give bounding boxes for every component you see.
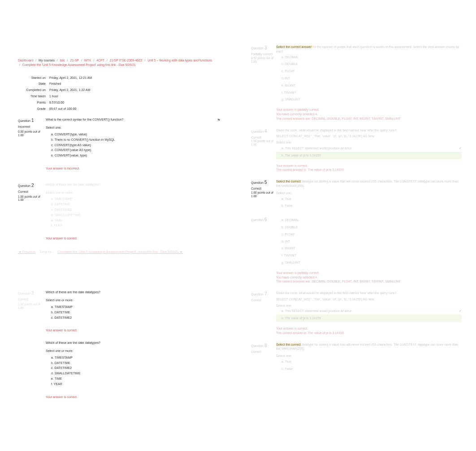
check-icon: ✓ bbox=[459, 309, 462, 313]
r4-text2: SELECT CONCAT_WS(' ', 'The', 'value', 'o… bbox=[276, 297, 462, 302]
q2-opt-d[interactable]: d. SMALLDATETIME bbox=[46, 212, 224, 218]
r3-opt-b: b. DOUBLE bbox=[276, 224, 462, 231]
right-column: Question 3 Partially correct 0.57 points… bbox=[251, 40, 462, 373]
q2-text: Which of these are the date datatypes? bbox=[46, 182, 224, 187]
r4-fb: Your answer is correct. bbox=[276, 326, 462, 331]
q2g2-d-lbl: d. bbox=[51, 372, 54, 375]
summary-state-lbl: State bbox=[19, 81, 48, 87]
jump-to[interactable]: Jump to... bbox=[39, 250, 54, 254]
q2g2-d: SMALLDATETIME bbox=[55, 372, 81, 375]
r2-points: 1.00 points out of 1.00 bbox=[251, 139, 273, 147]
r1-e-lbl: e. bbox=[281, 84, 284, 87]
r1-g: SMALLINT bbox=[285, 98, 300, 101]
r1-a-lbl: a. bbox=[281, 56, 284, 59]
r4-a-lbl: a. bbox=[281, 309, 284, 312]
q2-opt-e[interactable]: e. TIME bbox=[46, 218, 224, 223]
r5-qword: Question bbox=[251, 344, 264, 347]
q1-opt-b[interactable]: b. There is no CONVERT() function in MyS… bbox=[46, 137, 224, 143]
q2g-opt-a: a. TIMESTAMP bbox=[46, 304, 224, 310]
q1-num: 1 bbox=[31, 118, 34, 123]
r1-opt-d: d. INT bbox=[276, 75, 462, 82]
q2g-a: TIMESTAMP bbox=[55, 305, 73, 308]
question-4-block: Question 4 Correct 1.00 points out of 1.… bbox=[251, 128, 462, 173]
q2g-opt-b: b. DATETIME bbox=[46, 310, 224, 315]
q5-lead: Select the correct bbox=[276, 180, 301, 183]
q2g2-a: TIMESTAMP bbox=[55, 356, 73, 359]
q2-opt-a[interactable]: a. TIMESTAMP bbox=[46, 196, 224, 202]
q2-c: DATETIME2 bbox=[54, 208, 72, 211]
r3-opt-f: f. TINYINT bbox=[276, 252, 462, 259]
flag-icon[interactable]: ⚑ bbox=[217, 117, 221, 123]
r2-text2: SELECT CONCAT_WS(' ', 'The', 'value', 'o… bbox=[276, 134, 462, 139]
q2g-c: DATETIME2 bbox=[54, 316, 72, 319]
question-2-side: Question 2 Correct 1.00 points out of 1.… bbox=[18, 182, 43, 202]
q2-opt-b[interactable]: b. DATETIME bbox=[46, 202, 224, 207]
crumb-course[interactable]: 21/SP ITSE-2309-40Z2 bbox=[110, 59, 143, 62]
q5-state: Correct bbox=[251, 186, 273, 191]
question-1-side: Question 1 Incorrect 0.00 points out of … bbox=[18, 117, 43, 137]
question-1-content: ⚑ What is the correct syntax for the CON… bbox=[46, 117, 224, 170]
question-2-ghost-content: Which of these are the date datatypes? S… bbox=[46, 290, 224, 333]
crumb-sep: / bbox=[35, 59, 36, 62]
q1-opt-c[interactable]: c. CONVERT(type AS value) bbox=[46, 143, 224, 148]
q2g2-f-lbl: f. bbox=[51, 382, 53, 386]
q5-select: Select one: bbox=[276, 191, 462, 195]
r1-c: FLOAT bbox=[285, 69, 294, 73]
r5-b-lbl: b. bbox=[281, 367, 284, 370]
crumb-wtx[interactable]: WTX bbox=[84, 59, 91, 62]
q1-opt-d[interactable]: d. CONVERT(value AS type) bbox=[46, 147, 224, 153]
q1-text: What is the correct syntax for the CONVE… bbox=[46, 117, 224, 122]
r3-c: FLOAT bbox=[285, 233, 294, 236]
r1-opt-g: g. SMALLINT bbox=[276, 96, 462, 103]
q2-e: TIME bbox=[55, 219, 62, 222]
q1-opt-a[interactable]: a. CONVERT(type, value) bbox=[46, 132, 224, 137]
crumb-tstc[interactable]: tstc bbox=[60, 59, 65, 62]
r2-state: Correct bbox=[251, 135, 273, 140]
crumb-4cpt[interactable]: 4CPT bbox=[96, 59, 104, 62]
crumb-unit5[interactable]: Unit 5 – Working with data types and fun… bbox=[147, 59, 212, 62]
r4-select: Select one: bbox=[276, 304, 462, 308]
summary-points-lbl: Points bbox=[19, 100, 48, 105]
q1-opt-e[interactable]: e. CONVERT(value, type) bbox=[46, 153, 224, 158]
question-2-block: Question 2 Correct 1.00 points out of 1.… bbox=[18, 182, 224, 241]
q2-opt-f[interactable]: f. YEAR bbox=[46, 223, 224, 228]
q5-opt-b[interactable]: b. False bbox=[276, 202, 462, 209]
r1-opt-b: b. DOUBLE bbox=[276, 61, 462, 68]
r2-a: This SELECT statement would produce an e… bbox=[285, 147, 352, 150]
q1-points: 0.00 points out of 1.00 bbox=[18, 130, 43, 137]
crumb-dashboard[interactable]: Dashboard bbox=[18, 59, 33, 62]
r2-b-lbl: b. bbox=[281, 154, 284, 157]
r1-f: TINYINT bbox=[284, 91, 296, 94]
q1-feedback: Your answer is incorrect. bbox=[46, 166, 224, 171]
question-8-block: Question 8 Correct Select the correct da… bbox=[251, 343, 462, 373]
r3-fb2: You have correctly selected 4. bbox=[276, 275, 462, 280]
q2g-c-lbl: c. bbox=[51, 316, 53, 319]
summary-grade-val: 85.67 out of 100.00 bbox=[49, 106, 223, 112]
q5-num: 5 bbox=[264, 180, 267, 185]
q2-opt-c[interactable]: c. DATETIME2 bbox=[46, 207, 224, 212]
prev-link[interactable]: ◄ Previous bbox=[18, 250, 35, 254]
r5-a-lbl: a. bbox=[281, 360, 284, 363]
question-2-ghost2-content: Which of these are the date datatypes? S… bbox=[46, 341, 224, 399]
q5-opt-a[interactable]: a. True bbox=[276, 195, 462, 203]
r4-num: 7 bbox=[264, 291, 267, 296]
r2-b: The value of pi is 3.14159 bbox=[285, 154, 321, 157]
r3-opt-a: a. DECIMAL bbox=[276, 217, 462, 224]
q5-qword: Question bbox=[251, 181, 264, 184]
r1-a: DECIMAL bbox=[285, 56, 299, 59]
crumb-21sp[interactable]: 21-SP bbox=[70, 59, 79, 62]
r1-opt-f: f. TINYINT bbox=[276, 89, 462, 96]
r3-e-lbl: e. bbox=[281, 247, 284, 250]
r3-g-lbl: g. bbox=[281, 261, 284, 264]
q1-c: CONVERT(type AS value) bbox=[54, 143, 91, 147]
r1-f-lbl: f. bbox=[281, 91, 283, 94]
q5-points: 1.00 points out of 1.00 bbox=[251, 191, 273, 198]
crumb-assessment[interactable]: Complete the 'Unit 5 Knowledge Assessmen… bbox=[22, 63, 136, 66]
next-link[interactable]: Complete the 'Unit 5 Knowledge Assessmen… bbox=[57, 250, 183, 254]
attempt-summary-table: Started on Friday, April 2, 2021, 12:21 … bbox=[18, 74, 224, 113]
q2-a: TIMESTAMP bbox=[55, 197, 73, 200]
r2-fb2: The correct answer is: The value of pi i… bbox=[276, 168, 462, 172]
r5-opt-b: b. False bbox=[276, 365, 462, 373]
r4-fb2: The correct answer is: The value of pi i… bbox=[276, 331, 462, 335]
question-2-ghost2-block: Which of these are the date datatypes? S… bbox=[18, 341, 224, 399]
